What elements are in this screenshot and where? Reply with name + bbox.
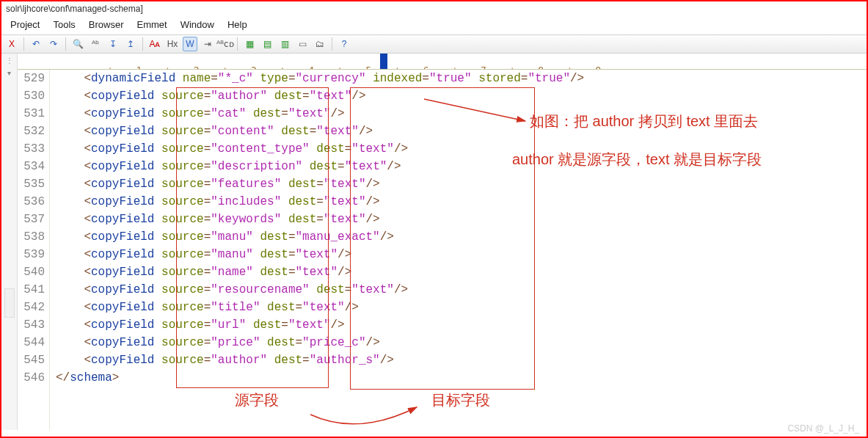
line-gutter: 529 530 531 532 533 534 535 536 537 538 …: [18, 70, 50, 430]
watermark: CSDN @_L_J_H_: [787, 423, 859, 434]
find-ab-icon[interactable]: ᴬᵇ: [88, 37, 103, 51]
title-bar: solr\ljhcore\conf\managed-schema]: [1, 1, 867, 16]
redo-icon[interactable]: ↷: [46, 37, 61, 51]
chevron-down-icon[interactable]: ▾: [7, 69, 11, 77]
annotation-note-2: author 就是源字段，text 就是目标字段: [512, 149, 762, 169]
find-next-icon[interactable]: ↧: [106, 37, 120, 51]
help-icon[interactable]: ?: [337, 37, 351, 51]
menu-window[interactable]: Window: [180, 19, 214, 30]
annotation-note-1: 如图：把 author 拷贝到 text 里面去: [530, 111, 758, 131]
menu-browser[interactable]: Browser: [89, 19, 124, 30]
abcd-icon[interactable]: ᴬᴮᴄᴅ: [218, 37, 233, 51]
ruler-text: ----+----1----+----2----+----3----+----4…: [84, 65, 601, 70]
font-aa-icon[interactable]: Aᴀ: [147, 37, 162, 51]
menu-emmet[interactable]: Emmet: [137, 19, 167, 30]
toolbar: X ↶ ↷ 🔍 ᴬᵇ ↧ ↥ Aᴀ Hx W ⇥ ᴬᴮᴄᴅ ▦ ▤ ▥ ▭ 🗂 …: [1, 34, 867, 54]
editor-wrap: ----+----1----+----2----+----3----+----4…: [18, 54, 867, 430]
find-icon[interactable]: 🔍: [70, 37, 85, 51]
window-title: solr\ljhcore\conf\managed-schema]: [6, 4, 143, 14]
undo-icon[interactable]: ↶: [29, 37, 43, 51]
ruler: ----+----1----+----2----+----3----+----4…: [18, 54, 867, 70]
grid-icon[interactable]: ▦: [242, 37, 257, 51]
separator: [237, 37, 238, 51]
tree-icon[interactable]: 🗂: [313, 37, 327, 51]
annotation-label-dest: 目标字段: [431, 390, 490, 410]
new-icon[interactable]: ▭: [295, 37, 310, 51]
menu-tools[interactable]: Tools: [53, 19, 75, 30]
wrap-icon[interactable]: W: [183, 37, 197, 51]
table-icon[interactable]: ▤: [260, 37, 274, 51]
scroll-thumb[interactable]: [4, 288, 15, 318]
form-icon[interactable]: ▥: [277, 37, 292, 51]
separator: [332, 37, 332, 51]
handle-icon[interactable]: ⋮: [6, 56, 13, 65]
main-area: ⋮ ▾ ----+----1----+----2----+----3----+-…: [1, 54, 867, 430]
annotation-label-source: 源字段: [235, 390, 279, 410]
left-strip: ⋮ ▾: [1, 54, 18, 430]
indent-icon[interactable]: ⇥: [200, 37, 215, 51]
separator: [65, 37, 66, 51]
separator: [142, 37, 143, 51]
find-prev-icon[interactable]: ↥: [123, 37, 138, 51]
hex-icon[interactable]: Hx: [165, 37, 180, 51]
separator: [23, 37, 24, 51]
code-area[interactable]: <dynamicField name="*_c" type="currency"…: [50, 70, 867, 430]
menu-project[interactable]: Project: [10, 19, 40, 30]
menu-help[interactable]: Help: [227, 19, 247, 30]
code-editor[interactable]: 529 530 531 532 533 534 535 536 537 538 …: [18, 70, 867, 430]
ruler-caret: [380, 54, 387, 70]
close-icon[interactable]: X: [4, 37, 19, 51]
menu-bar: Project Tools Browser Emmet Window Help: [1, 16, 867, 34]
